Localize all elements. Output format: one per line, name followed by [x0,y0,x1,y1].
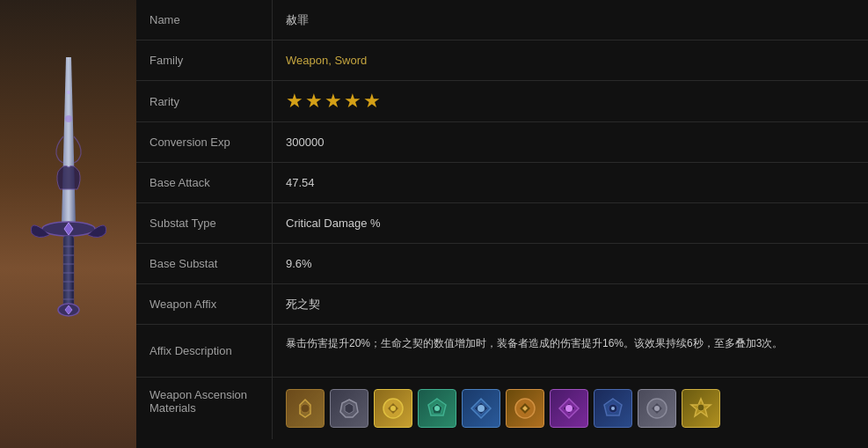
material-icon-7 [550,389,588,428]
base-attack-value: 47.54 [273,163,868,202]
conversion-exp-value: 300000 [273,122,868,162]
svg-point-17 [301,404,310,413]
base-substat-value: 9.6% [273,244,868,283]
family-label: Family [136,40,273,80]
info-table: Name 赦罪 Family Weapon, Sword Rarity ★★★★… [136,0,868,448]
svg-point-14 [65,115,72,122]
affix-desc-label: Affix Description [136,325,273,377]
material-icon-2 [330,389,368,428]
weapon-affix-row: Weapon Affix 死之契 [136,284,868,325]
svg-point-24 [434,406,440,411]
materials-label: Weapon AscensionMaterials [136,378,273,439]
svg-point-15 [67,91,70,94]
svg-point-38 [697,404,704,411]
rarity-label: Rarity [136,81,273,121]
name-label: Name [136,0,273,40]
name-row: Name 赦罪 [136,0,868,40]
base-substat-label: Base Substat [136,244,273,283]
weapon-affix-label: Weapon Affix [136,284,273,324]
material-icon-6 [506,389,544,428]
family-value: Weapon, Sword [273,40,868,80]
material-icon-8 [594,389,632,428]
affix-desc-row: Affix Description 暴击伤害提升20%；生命之契的数值增加时，装… [136,325,868,378]
info-panel: Name 赦罪 Family Weapon, Sword Rarity ★★★★… [136,0,868,448]
base-substat-row: Base Substat 9.6% [136,244,868,284]
svg-point-27 [478,405,485,412]
weapon-panel [0,0,136,448]
substat-type-value: Critical Damage % [273,203,868,243]
material-icon-9 [638,389,676,428]
name-value: 赦罪 [273,0,868,40]
weapon-image [11,40,126,409]
material-icon-1 [286,389,325,428]
family-row: Family Weapon, Sword [136,40,868,81]
weapon-affix-value: 死之契 [273,284,868,324]
base-attack-row: Base Attack 47.54 [136,163,868,203]
affix-desc-value: 暴击伤害提升20%；生命之契的数值增加时，装备者造成的伤害提升16%。该效果持续… [273,325,868,377]
materials-row: Weapon AscensionMaterials [136,378,868,439]
material-icon-10 [682,389,720,428]
conversion-exp-row: Conversion Exp 300000 [136,122,868,163]
svg-point-21 [390,406,396,411]
rarity-value: ★★★★★ [273,81,868,121]
material-icon-3 [374,389,412,428]
conversion-exp-label: Conversion Exp [136,122,273,162]
svg-point-36 [654,406,660,411]
base-attack-label: Base Attack [136,163,273,202]
rarity-row: Rarity ★★★★★ [136,81,868,122]
svg-point-31 [565,405,573,412]
materials-value [273,378,868,439]
material-icon-4 [418,389,456,428]
substat-type-label: Substat Type [136,203,273,243]
materials-container [286,389,720,428]
svg-point-34 [611,407,615,410]
substat-type-row: Substat Type Critical Damage % [136,203,868,244]
svg-marker-19 [345,403,354,414]
material-icon-5 [462,389,500,428]
